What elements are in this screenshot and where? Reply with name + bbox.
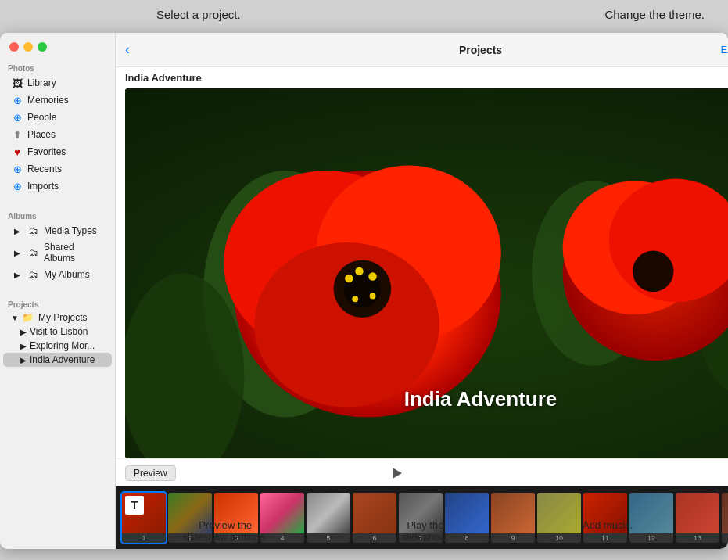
my-projects-chevron: ▼ (11, 314, 19, 322)
my-projects-label: My Projects (38, 312, 88, 323)
sidebar-item-visit-lisbon[interactable]: ▶ Visit to Lisbon (3, 325, 112, 339)
export-button[interactable]: Export (720, 44, 728, 56)
media-types-icon: 🗂 (27, 224, 40, 237)
minimize-button[interactable] (23, 42, 33, 52)
imports-label: Imports (27, 181, 104, 192)
film-thumb-10[interactable]: 10 (537, 493, 581, 543)
back-button[interactable]: ‹ (125, 41, 130, 58)
sidebar-item-people[interactable]: ⊕ People (3, 109, 112, 126)
sidebar-item-library[interactable]: 🖼 Library (3, 74, 112, 92)
film-thumb-9[interactable]: 9 (491, 493, 535, 543)
sidebar-item-media-types[interactable]: ▶ 🗂 Media Types (3, 222, 112, 239)
film-thumb-2[interactable]: 2 (168, 493, 212, 543)
shared-albums-icon: 🗂 (27, 246, 40, 259)
toolbar: ‹ Projects Export 🔍 (116, 33, 728, 67)
albums-section-label: Albums (0, 206, 115, 222)
my-projects-icon: 📁 (22, 312, 34, 323)
exploring-icon: ▶ (20, 342, 27, 350)
film-thumb-11[interactable]: 11 (583, 493, 627, 543)
india-adventure-label: India Adventure (30, 354, 95, 365)
filmstrip: T123456789101112131415+ (116, 486, 728, 549)
places-label: Places (27, 129, 104, 140)
favorites-label: Favorites (27, 146, 104, 157)
app-window: Photos 🖼 Library ⊕ Memories ⊕ People ⬆ P… (0, 33, 728, 549)
maximize-button[interactable] (38, 42, 47, 52)
sidebar: Photos 🖼 Library ⊕ Memories ⊕ People ⬆ P… (0, 33, 116, 549)
svg-point-13 (352, 296, 358, 302)
project-area: India Adventure 44 slides · 2:38m (116, 67, 728, 549)
change-theme-tooltip: Change the theme. (604, 8, 705, 21)
svg-point-11 (368, 272, 377, 281)
film-thumb-12[interactable]: 12 (629, 493, 673, 543)
play-triangle-icon (393, 468, 402, 479)
my-albums-label: My Albums (44, 269, 104, 280)
people-label: People (27, 112, 104, 123)
visit-lisbon-label: Visit to Lisbon (30, 326, 88, 337)
india-adventure-icon: ▶ (20, 356, 27, 364)
svg-point-12 (355, 267, 364, 276)
slideshow-main-view: India Adventure (125, 88, 728, 458)
sidebar-item-places[interactable]: ⬆ Places (3, 126, 112, 143)
exploring-label: Exploring Mor... (30, 340, 95, 351)
sidebar-item-memories[interactable]: ⊕ Memories (3, 92, 112, 109)
shared-albums-chevron: ▶ (11, 246, 23, 259)
svg-point-18 (633, 251, 674, 293)
my-albums-chevron: ▶ (11, 268, 23, 281)
shared-albums-label: Shared Albums (44, 242, 104, 264)
memories-label: Memories (27, 95, 104, 106)
film-thumb-3[interactable]: 3 (214, 493, 258, 543)
photos-section-label: Photos (0, 58, 115, 74)
favorites-icon: ♥ (11, 145, 23, 158)
film-thumb-4[interactable]: 4 (260, 493, 304, 543)
select-project-tooltip: Select a project. (156, 8, 241, 21)
library-label: Library (27, 77, 104, 88)
svg-point-10 (345, 275, 353, 283)
film-thumb-7[interactable]: 7 (399, 493, 443, 543)
bottom-controls: Preview ⇄ (116, 458, 728, 486)
recents-label: Recents (27, 163, 104, 174)
toolbar-title: Projects (459, 44, 502, 56)
slideshow-background: India Adventure (125, 88, 728, 458)
places-icon: ⬆ (11, 128, 23, 141)
media-types-chevron: ▶ (11, 224, 23, 237)
project-title: India Adventure (125, 72, 202, 84)
toolbar-right: Export 🔍 (720, 43, 728, 57)
library-icon: 🖼 (11, 77, 23, 89)
film-thumb-5[interactable]: 5 (307, 493, 350, 543)
imports-icon: ⊕ (11, 180, 23, 192)
sidebar-item-india-adventure[interactable]: ▶ India Adventure (3, 353, 112, 367)
memories-icon: ⊕ (11, 94, 23, 106)
my-projects-item[interactable]: ▼ 📁 My Projects (3, 311, 112, 325)
svg-point-14 (370, 293, 376, 299)
sidebar-item-my-albums[interactable]: ▶ 🗂 My Albums (3, 266, 112, 283)
preview-button[interactable]: Preview (125, 465, 176, 481)
visit-lisbon-icon: ▶ (20, 328, 27, 336)
people-icon: ⊕ (11, 111, 23, 124)
sidebar-item-recents[interactable]: ⊕ Recents (3, 160, 112, 178)
sidebar-item-imports[interactable]: ⊕ Imports (3, 178, 112, 195)
project-header: India Adventure 44 slides · 2:38m (116, 67, 728, 88)
my-albums-icon: 🗂 (27, 268, 40, 281)
film-thumb-8[interactable]: 8 (445, 493, 489, 543)
sidebar-item-favorites[interactable]: ♥ Favorites (3, 143, 112, 160)
film-thumb-6[interactable]: 6 (353, 493, 396, 543)
main-content: ‹ Projects Export 🔍 India Adventure 44 s… (116, 33, 728, 549)
projects-section-label: Projects (0, 294, 115, 311)
film-thumb-13[interactable]: 13 (676, 493, 719, 543)
window-controls (0, 33, 115, 58)
film-thumb-1[interactable]: T1 (122, 493, 166, 543)
play-button[interactable] (388, 464, 407, 483)
sidebar-item-exploring[interactable]: ▶ Exploring Mor... (3, 339, 112, 353)
recents-icon: ⊕ (11, 163, 23, 175)
slide-title-overlay: India Adventure (404, 387, 558, 411)
close-button[interactable] (9, 42, 19, 52)
sidebar-item-shared-albums[interactable]: ▶ 🗂 Shared Albums (3, 239, 112, 266)
media-types-label: Media Types (44, 225, 104, 236)
film-thumb-14[interactable]: 14 (722, 493, 728, 543)
